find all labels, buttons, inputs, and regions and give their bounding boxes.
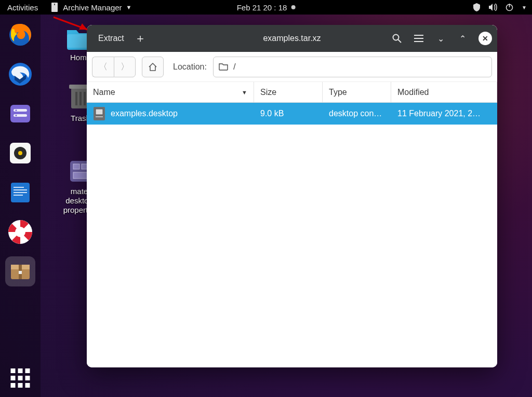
svg-rect-3 [509, 4, 510, 7]
dock-app-thunderbird[interactable] [5, 59, 35, 89]
dock-app-help[interactable] [5, 217, 35, 247]
svg-rect-29 [79, 92, 82, 105]
sort-indicator-icon: ▼ [242, 89, 247, 95]
back-button[interactable]: 〈 [92, 57, 114, 77]
svg-point-10 [16, 115, 17, 116]
svg-rect-40 [414, 38, 423, 39]
clock-label: Feb 21 20 : 18 [237, 3, 287, 12]
app-menu[interactable]: Archive Manager ▼ [45, 3, 137, 12]
chevron-down-icon[interactable]: ▼ [522, 5, 527, 10]
svg-point-20 [16, 227, 25, 237]
power-icon[interactable] [506, 4, 513, 11]
shield-icon[interactable] [473, 3, 481, 11]
dock-app-rhythmbox[interactable] [5, 138, 35, 168]
svg-point-13 [18, 151, 22, 155]
hamburger-menu-button[interactable] [413, 33, 424, 44]
svg-point-37 [393, 35, 399, 40]
column-header-name[interactable]: Name ▼ [87, 82, 254, 102]
folder-icon [219, 63, 228, 71]
file-modified: 11 February 2021, 2… [391, 109, 497, 118]
svg-rect-18 [14, 195, 23, 196]
dock-app-writer[interactable] [5, 177, 35, 208]
chevron-down-icon: ▼ [126, 4, 132, 10]
file-type: desktop con… [323, 109, 391, 118]
forward-button[interactable]: 〉 [114, 57, 136, 77]
extract-button[interactable]: Extract [93, 31, 129, 46]
svg-rect-34 [73, 172, 88, 179]
show-applications-button[interactable] [11, 368, 30, 388]
list-header: Name ▼ Size Type Modified [87, 82, 497, 103]
svg-rect-43 [96, 109, 103, 115]
file-list[interactable]: examples.desktop 9.0 kB desktop con… 11 … [87, 103, 497, 367]
app-menu-label: Archive Manager [63, 3, 122, 12]
add-files-button[interactable]: ＋ [129, 28, 151, 49]
dock-app-firefox[interactable] [5, 20, 35, 50]
volume-icon[interactable] [489, 4, 497, 11]
close-button[interactable]: ✕ [478, 32, 492, 45]
svg-rect-30 [84, 92, 86, 105]
svg-rect-45 [96, 116, 103, 117]
file-name: examples.desktop [111, 109, 178, 118]
headerbar: Extract ＋ examples.tar.xz ⌄ ⌃ ✕ [87, 25, 497, 52]
location-path: / [233, 62, 236, 72]
column-header-size[interactable]: Size [254, 82, 323, 102]
column-header-modified[interactable]: Modified [391, 82, 497, 102]
svg-rect-1 [54, 4, 55, 5]
svg-rect-17 [14, 192, 27, 193]
archive-icon [50, 3, 59, 12]
dock-app-files[interactable] [5, 99, 35, 129]
minimize-button[interactable]: ⌄ [435, 33, 446, 44]
activities-button[interactable]: Activities [0, 3, 45, 12]
svg-rect-16 [14, 189, 27, 190]
maximize-button[interactable]: ⌃ [457, 33, 468, 44]
location-label: Location: [173, 62, 207, 72]
svg-rect-32 [73, 164, 79, 169]
svg-rect-6 [10, 105, 30, 122]
search-button[interactable] [391, 33, 403, 44]
svg-rect-28 [75, 92, 77, 105]
desktop-file-icon [93, 106, 105, 121]
svg-rect-39 [414, 35, 423, 36]
archive-manager-window: Extract ＋ examples.tar.xz ⌄ ⌃ ✕ 〈 〉 Loca… [87, 25, 497, 367]
dock [0, 15, 41, 397]
home-button[interactable] [142, 57, 164, 77]
location-input[interactable]: / [213, 57, 492, 77]
notification-dot-icon [291, 5, 295, 9]
svg-rect-15 [14, 187, 24, 188]
window-title: examples.tar.xz [263, 34, 321, 43]
top-bar: Activities Archive Manager ▼ Feb 21 20 :… [0, 0, 532, 15]
toolbar: 〈 〉 Location: / [87, 52, 497, 82]
file-row[interactable]: examples.desktop 9.0 kB desktop con… 11 … [87, 103, 497, 125]
svg-point-9 [16, 109, 17, 111]
svg-line-38 [398, 39, 401, 43]
clock[interactable]: Feb 21 20 : 18 [237, 3, 296, 12]
file-size: 9.0 kB [254, 109, 323, 118]
svg-rect-24 [19, 271, 22, 274]
close-icon: ✕ [482, 34, 488, 43]
column-header-type[interactable]: Type [323, 82, 391, 102]
svg-rect-41 [414, 41, 423, 42]
dock-app-archive-manager[interactable] [5, 256, 35, 286]
